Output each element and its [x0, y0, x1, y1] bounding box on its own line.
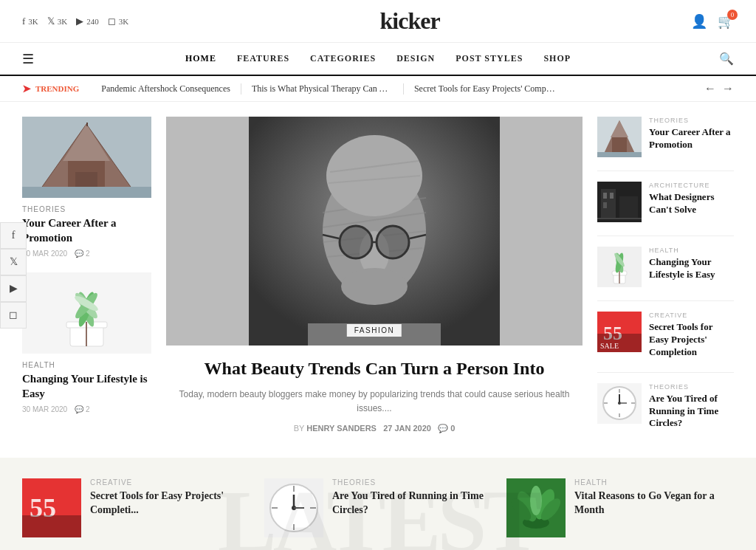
right-article-4-title: Secret Tools for Easy Projects' Completi…	[649, 321, 734, 359]
hero-image[interactable]: FASHION	[166, 117, 583, 346]
svg-rect-46	[610, 193, 614, 199]
instagram-count: 3K	[119, 17, 128, 26]
right-article-5-category: THEORIES	[649, 383, 734, 391]
hero-excerpt: Today, modern beauty bloggers make money…	[166, 388, 583, 416]
bottom-card-3[interactable]: HEALTH Vital Reasons to Go Vegan for a M…	[506, 478, 734, 537]
trending-prev[interactable]: ←	[704, 82, 716, 95]
right-article-5-info: THEORIES Are You Tired of Running in Tim…	[649, 383, 734, 430]
trending-flame-icon: ➤	[22, 83, 31, 95]
left-article-1-title: Your Career After a Promotion	[22, 216, 151, 245]
trending-items: Pandemic Aftershock Consequences This is…	[91, 83, 693, 94]
left-article-2-title: Changing Your Lifestyle is Easy	[22, 372, 151, 401]
trending-item-1[interactable]: Pandemic Aftershock Consequences	[91, 83, 241, 94]
right-article-1-thumb	[597, 117, 642, 157]
float-twitter[interactable]: 𝕏	[0, 249, 27, 275]
social-instagram[interactable]: ◻ 3K	[108, 16, 128, 27]
nav-post-styles[interactable]: POST STYLES	[456, 53, 523, 64]
hero-info: What Beauty Trends Can Turn a Person Int…	[166, 346, 583, 441]
right-article-1-info: THEORIES Your Career After a Promotion	[649, 117, 734, 151]
left-column: THEORIES Your Career After a Promotion 3…	[22, 117, 151, 443]
social-youtube[interactable]: ▶ 240	[76, 16, 99, 27]
left-article-2[interactable]: HEALTH Changing Your Lifestyle is Easy 3…	[22, 272, 151, 413]
nav-home[interactable]: HOME	[185, 53, 216, 64]
right-article-2-thumb	[597, 182, 642, 222]
hero-title[interactable]: What Beauty Trends Can Turn a Person Int…	[166, 357, 583, 380]
svg-point-29	[340, 227, 371, 258]
trending-next[interactable]: →	[722, 82, 734, 95]
trending-text: TRENDING	[35, 84, 79, 93]
nav-features[interactable]: FEATURES	[237, 53, 289, 64]
right-article-3-info: HEALTH Changing Your Lifestyle is Easy	[649, 247, 734, 281]
left-article-1-meta: 30 MAR 2020 💬 2	[22, 250, 151, 258]
social-facebook[interactable]: f 3K	[22, 16, 38, 27]
right-article-1[interactable]: THEORIES Your Career After a Promotion	[597, 117, 734, 157]
bottom-card-1[interactable]: 55 CREATIVE Secret Tools for Easy Projec…	[22, 478, 250, 537]
divider-2	[597, 236, 734, 236]
search-icon[interactable]: 🔍	[719, 52, 734, 66]
float-social-bar: f 𝕏 ▶ ◻	[0, 222, 27, 329]
nav-shop[interactable]: SHOP	[543, 53, 571, 64]
right-article-5-title: Are You Tired of Running in Time Circles…	[649, 393, 734, 430]
left-article-1[interactable]: THEORIES Your Career After a Promotion 3…	[22, 117, 151, 258]
trending-item-3[interactable]: Secret Tools for Easy Projects' Compl ..…	[404, 83, 566, 94]
svg-rect-7	[86, 123, 88, 126]
bottom-card-3-category: HEALTH	[574, 478, 734, 487]
right-article-4-category: CREATIVE	[649, 312, 734, 319]
cart-count: 0	[727, 10, 738, 20]
right-article-3-title: Changing Your Lifestyle is Easy	[649, 256, 734, 281]
svg-rect-71	[22, 515, 81, 537]
bottom-card-1-thumb: 55	[22, 478, 81, 537]
bottom-card-2-title: Are You Tired of Running in Time Circles…	[332, 489, 492, 516]
trending-label: ➤ TRENDING	[22, 83, 79, 95]
divider-3	[597, 300, 734, 301]
user-icon[interactable]: 👤	[691, 13, 707, 30]
youtube-icon: ▶	[76, 16, 83, 27]
bottom-card-2-category: THEORIES	[332, 478, 492, 487]
bottom-card-2-thumb	[264, 478, 323, 537]
nav-design[interactable]: DESIGN	[396, 53, 435, 64]
social-twitter[interactable]: 𝕏 3K	[47, 16, 67, 27]
trending-bar: ➤ TRENDING Pandemic Aftershock Consequen…	[0, 76, 756, 102]
hero-category: FASHION	[347, 324, 402, 337]
hero-author: HENRY SANDERS	[306, 424, 377, 433]
nav-categories[interactable]: CATEGORIES	[310, 53, 376, 64]
menu-icon[interactable]: ☰	[22, 51, 34, 67]
right-article-2-category: ARCHITECTURE	[649, 182, 734, 189]
svg-rect-41	[597, 152, 642, 157]
cart-button[interactable]: 🛒 0	[718, 13, 734, 30]
float-youtube[interactable]: ▶	[0, 275, 27, 302]
trending-item-2[interactable]: This is What Physical Therapy Can Ac...	[241, 83, 404, 94]
right-article-2-title: What Designers Can't Solve	[649, 191, 734, 216]
right-article-4-thumb: 55 SALE	[597, 312, 642, 352]
left-article-1-category: THEORIES	[22, 205, 151, 213]
right-article-1-title: Your Career After a Promotion	[649, 126, 734, 151]
left-article-2-comments: 💬 2	[75, 405, 89, 413]
right-article-2[interactable]: ARCHITECTURE What Designers Can't Solve	[597, 182, 734, 222]
left-article-2-category: HEALTH	[22, 361, 151, 369]
svg-point-26	[341, 268, 408, 305]
bottom-card-3-info: HEALTH Vital Reasons to Go Vegan for a M…	[574, 478, 734, 516]
right-article-5[interactable]: THEORIES Are You Tired of Running in Tim…	[597, 383, 734, 430]
svg-rect-47	[603, 202, 607, 208]
right-article-5-thumb	[597, 383, 642, 424]
right-article-4-info: CREATIVE Secret Tools for Easy Projects'…	[649, 312, 734, 359]
twitter-count: 3K	[58, 17, 67, 26]
right-article-4[interactable]: 55 SALE CREATIVE Secret Tools for Easy P…	[597, 312, 734, 359]
top-bar: f 3K 𝕏 3K ▶ 240 ◻ 3K kicker 👤 🛒 0	[0, 0, 756, 43]
bottom-card-2[interactable]: THEORIES Are You Tired of Running in Tim…	[264, 478, 492, 537]
top-bar-right: 👤 🛒 0	[691, 13, 734, 30]
bottom-card-3-thumb	[506, 478, 566, 537]
bottom-card-3-title: Vital Reasons to Go Vegan for a Month	[574, 489, 734, 516]
float-facebook[interactable]: f	[0, 222, 27, 249]
trending-navigation: ← →	[704, 82, 734, 95]
svg-point-85	[530, 486, 542, 515]
float-instagram[interactable]: ◻	[0, 302, 27, 329]
facebook-count: 3K	[28, 17, 38, 26]
main-nav: ☰ HOME FEATURES CATEGORIES DESIGN POST S…	[0, 43, 756, 76]
svg-point-34	[326, 135, 422, 216]
right-article-3[interactable]: HEALTH Changing Your Lifestyle is Easy	[597, 247, 734, 287]
right-article-3-thumb	[597, 247, 642, 287]
hero-meta: BY HENRY SANDERS 27 JAN 2020 💬 0	[166, 424, 583, 433]
site-logo[interactable]: kicker	[380, 7, 440, 35]
right-column: THEORIES Your Career After a Promotion A…	[597, 117, 734, 443]
